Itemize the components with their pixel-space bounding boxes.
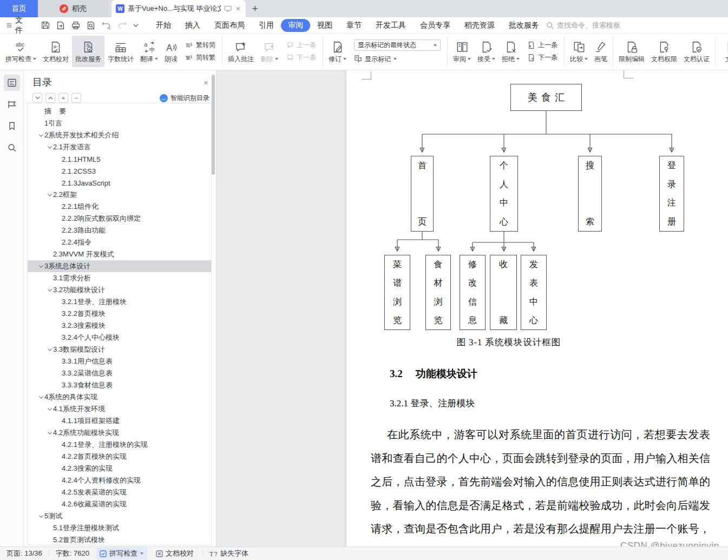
customize-toolbar-icon[interactable]	[133, 23, 139, 28]
toc-item[interactable]: 3.3.3食材信息表	[28, 379, 211, 391]
toc-item[interactable]: 3.2.4个人中心模块	[28, 332, 211, 344]
file-menu-button[interactable]: 文件	[6, 16, 32, 35]
menu-start[interactable]: 开始	[149, 19, 178, 32]
toc-item[interactable]: 3.3数据模型设计	[28, 344, 211, 355]
toc-item[interactable]: 4.1.1项目框架搭建	[28, 415, 211, 427]
word-count-button[interactable]: 字数统计	[104, 36, 137, 67]
toc-item[interactable]: 4.1系统开发环境	[28, 403, 211, 415]
toc-item[interactable]: 1引言	[28, 117, 211, 129]
missing-font-button[interactable]: T? 缺失字体	[209, 549, 248, 558]
toc-item[interactable]: 2.3MVVM 开发模式	[28, 248, 211, 260]
clipped-ribbon-button[interactable]: 文档	[718, 36, 728, 67]
toc-item[interactable]: 2.1.3JavaScript	[28, 177, 211, 189]
bookmark-panel-button[interactable]	[4, 118, 20, 134]
menu-section[interactable]: 章节	[339, 19, 369, 32]
spellcheck-status-button[interactable]: 拼写检查	[96, 548, 147, 559]
redo-icon[interactable]	[117, 21, 127, 30]
next-comment-button[interactable]: 下一条	[286, 54, 316, 62]
chevron-down-icon[interactable]	[46, 146, 53, 149]
chevron-down-icon[interactable]	[46, 193, 53, 196]
restrict-edit-button[interactable]: 限制编辑	[615, 36, 648, 67]
accept-button[interactable]: 接受	[474, 36, 499, 67]
toc-item[interactable]: 2.1开发语言	[28, 141, 211, 153]
print-icon[interactable]	[71, 21, 81, 30]
toc-item[interactable]: 2.2.1组件化	[28, 201, 211, 213]
simp-to-trad-button[interactable]: 繁 简转繁	[185, 54, 215, 62]
export-icon[interactable]	[56, 21, 65, 30]
toc-item[interactable]: 2.2.2响应式数据双向绑定	[28, 213, 211, 225]
toc-item[interactable]: 4.2.4个人资料修改的实现	[28, 475, 211, 486]
close-icon[interactable]: ×	[235, 4, 241, 13]
trad-to-simp-button[interactable]: 简 繁转简	[185, 41, 215, 49]
translate-button[interactable]: a中 翻译	[137, 36, 161, 67]
toc-expand-all-button[interactable]: +	[58, 93, 68, 103]
toc-item[interactable]: 3.2功能模块设计	[28, 284, 211, 296]
chevron-down-icon[interactable]	[46, 407, 53, 411]
menu-docer-resources[interactable]: 稻壳资源	[457, 19, 502, 32]
menu-dev-tools[interactable]: 开发工具	[369, 19, 413, 32]
menu-view[interactable]: 视图	[310, 19, 339, 32]
chevron-down-icon[interactable]	[46, 348, 53, 351]
toc-item[interactable]: 3.1需求分析	[28, 272, 211, 284]
doc-verify-button[interactable]: 文档认证	[680, 36, 713, 67]
toc-item[interactable]: 4.2系统功能模块实现	[28, 427, 211, 439]
menu-page-layout[interactable]: 页面布局	[207, 19, 252, 32]
toc-item[interactable]: 2系统开发技术相关介绍	[28, 129, 211, 141]
toc-item[interactable]: 3系统总体设计	[28, 260, 211, 272]
toc-item[interactable]: 2.1.1HTML5	[28, 153, 211, 165]
show-markup-button[interactable]: 显示标记	[354, 55, 441, 63]
toc-item[interactable]: 3.2.3搜索模块	[28, 320, 211, 332]
toc-item[interactable]: 5测试	[28, 510, 211, 522]
toc-expand-down-button[interactable]	[32, 93, 42, 103]
menu-correction-service[interactable]: 批改服务	[502, 19, 546, 32]
tab-home[interactable]: 首页	[0, 0, 38, 17]
toc-item[interactable]: 3.3.2菜谱信息表	[28, 367, 211, 379]
toc-collapse-all-button[interactable]: −	[71, 93, 81, 103]
proofread-status-button[interactable]: 文档校对	[154, 548, 196, 559]
chevron-down-icon[interactable]	[37, 134, 44, 137]
new-tab-button[interactable]: +	[246, 0, 264, 17]
chevron-down-icon[interactable]	[46, 288, 53, 292]
review-pane-button[interactable]: 审阅	[450, 36, 474, 67]
toc-item[interactable]: 3.3.1用户信息表	[28, 355, 211, 367]
prev-comment-button[interactable]: 上一条	[286, 41, 316, 49]
spellcheck-button[interactable]: abc 拼写检查	[2, 36, 40, 67]
tab-document[interactable]: W 基于Vue+No...与实现 毕业论文 ×	[112, 0, 246, 17]
toc-item[interactable]: 2.1.2CSS3	[28, 165, 211, 177]
toc-item[interactable]: 摘 要	[28, 106, 211, 117]
toc-item[interactable]: 4.2.6收藏菜谱的实现	[28, 498, 211, 510]
toc-item[interactable]: 5.1登录注册模块测试	[28, 522, 211, 534]
toc-item[interactable]: 3.2.1登录、注册模块	[28, 296, 211, 308]
toc-scrollbar-thumb[interactable]	[212, 75, 215, 175]
chevron-down-icon[interactable]	[37, 265, 44, 268]
present-icon[interactable]	[224, 5, 232, 12]
print-preview-icon[interactable]	[86, 21, 96, 30]
prev-change-button[interactable]: 上一条	[527, 41, 558, 49]
toc-item[interactable]: 2.2.4指令	[28, 236, 211, 248]
toc-collapse-up-button[interactable]	[45, 93, 55, 103]
toc-item[interactable]: 4.2.3搜索的实现	[28, 463, 211, 475]
reject-button[interactable]: 拒绝	[499, 36, 523, 67]
command-search[interactable]: 查找命令、搜索模板	[546, 21, 620, 30]
review-service-button[interactable]: 批改服务	[72, 36, 104, 67]
track-changes-button[interactable]: 修订	[325, 36, 350, 67]
toc-item[interactable]: 2.2框架	[28, 189, 211, 201]
chevron-down-icon[interactable]	[37, 396, 44, 399]
toc-item[interactable]: 2.2.3路由功能	[28, 225, 211, 236]
toc-item[interactable]: 3.2.2首页模块	[28, 308, 211, 320]
save-icon[interactable]	[41, 21, 50, 30]
toc-item[interactable]: 4系统的具体实现	[28, 391, 211, 403]
insert-comment-button[interactable]: 插入批注	[225, 36, 257, 67]
undo-icon[interactable]	[101, 21, 112, 30]
smart-recognize-toc[interactable]: 智能识别目录	[160, 94, 209, 103]
tab-docer[interactable]: 稻壳	[38, 0, 108, 17]
search-panel-button[interactable]	[4, 140, 20, 156]
doc-permission-button[interactable]: 文档权限	[648, 36, 680, 67]
chevron-down-icon[interactable]	[46, 431, 53, 434]
markup-state-dropdown[interactable]: 显示标记的最终状态	[354, 39, 441, 51]
document-page[interactable]: 美食汇 首页 个人中心 搜索 登录注册 菜谱浏览 食材浏览 修改信息 收藏 发表…	[346, 70, 728, 546]
toc-item[interactable]: 4.2.1登录、注册模块的实现	[28, 439, 211, 451]
read-aloud-button[interactable]: A 朗读	[161, 36, 181, 67]
chevron-down-icon[interactable]	[37, 515, 44, 518]
outline-panel-button[interactable]	[4, 75, 20, 91]
